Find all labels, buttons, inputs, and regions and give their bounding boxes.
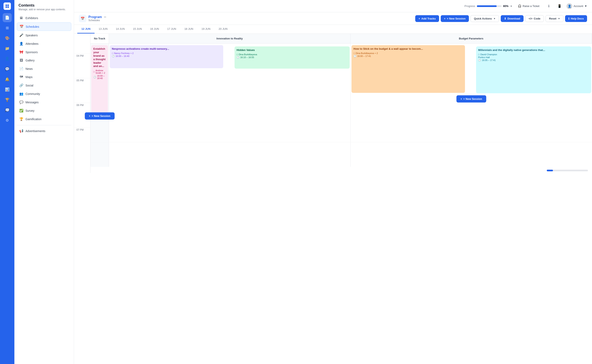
sidebar-item-attendees[interactable]: 👤 Attendees bbox=[17, 40, 71, 48]
sidebar-item-news[interactable]: 📄 News bbox=[17, 65, 71, 73]
content-title-section: 📅 Program ✏ Schedules bbox=[79, 15, 106, 22]
session-card-hidden[interactable]: Hidden Values □ Dina Burkitbayeva 🕐 16:1… bbox=[235, 46, 350, 69]
sidebar-item-sponsors[interactable]: 🎀 Sponsors bbox=[17, 48, 71, 56]
nav-file-icon[interactable]: 📄 bbox=[3, 13, 12, 22]
account-button[interactable]: 👤 Account ▼ bbox=[566, 3, 587, 9]
nav-bell-icon[interactable]: 🔔 bbox=[3, 75, 12, 84]
sidebar-item-label-schedules: Schedules bbox=[26, 25, 39, 28]
nav-bubble-icon[interactable]: 💭 bbox=[3, 106, 12, 115]
session-venue-millennials: Portico Hall bbox=[478, 56, 589, 58]
account-avatar: 👤 bbox=[566, 3, 572, 9]
speaker-icon-establish: □ bbox=[93, 71, 95, 73]
sponsors-icon: 🎀 bbox=[19, 50, 23, 54]
session-time-hidden: 🕐 16:10 – 16:55 bbox=[237, 56, 348, 59]
nav-trophy-icon[interactable]: 🏆 bbox=[3, 95, 12, 104]
empty-row-7pm bbox=[91, 142, 592, 167]
speakers-icon: 🎤 bbox=[19, 33, 23, 37]
sidebar-item-exhibitors[interactable]: 🏛 Exhibitors bbox=[17, 14, 71, 22]
sessions-row: Establish your brand as a thought leader… bbox=[91, 44, 592, 142]
add-tracks-button[interactable]: + Add Tracks bbox=[415, 15, 439, 22]
session-card-millennials[interactable]: Millennials and the digitally native gen… bbox=[476, 46, 591, 93]
scroll-track[interactable] bbox=[547, 170, 588, 171]
info-icon-button[interactable]: ℹ bbox=[545, 2, 553, 10]
sidebar-item-speakers[interactable]: 🎤 Speakers bbox=[17, 31, 71, 39]
nav-chat-icon[interactable]: 💬 bbox=[3, 65, 12, 73]
nav-chart-icon[interactable]: 📊 bbox=[3, 85, 12, 94]
account-label: Account bbox=[573, 5, 583, 8]
sidebar-item-survey[interactable]: ✅ Survey bbox=[17, 107, 71, 115]
sidebar-item-messages[interactable]: 💬 Messages bbox=[17, 98, 71, 106]
community-icon: 👥 bbox=[19, 92, 23, 96]
date-tab-15jun[interactable]: 15 JUN bbox=[129, 25, 146, 33]
sidebar-item-community[interactable]: 👥 Community bbox=[17, 90, 71, 98]
help-icon: ℹ bbox=[568, 17, 569, 20]
help-docs-label: Help Docs bbox=[571, 17, 584, 20]
download-button[interactable]: ⬇ Download bbox=[501, 15, 524, 22]
nav-person-icon[interactable]: 👤 bbox=[3, 54, 12, 63]
progress-bar-track bbox=[477, 5, 501, 7]
session-card-nespresso[interactable]: Nespresso activations create multi-senso… bbox=[110, 45, 223, 68]
clock-icon-hidden: 🕐 bbox=[237, 56, 239, 59]
nav-folder-icon[interactable]: 📁 bbox=[3, 44, 12, 53]
session-card-budget-stick[interactable]: How to Stick on the budget & a wall appe… bbox=[351, 45, 465, 93]
date-tab-12jun[interactable]: 12 JUN bbox=[77, 25, 95, 33]
advertisements-icon: 📢 bbox=[19, 129, 23, 133]
new-session-button[interactable]: + + New Session bbox=[441, 15, 469, 22]
date-tab-14jun[interactable]: 14 JUN bbox=[112, 25, 129, 33]
main-content: Progress 80% ▼ 🎧 Raise a Ticket ℹ 📱 👤 Ac… bbox=[74, 0, 592, 364]
sidebar-item-label-gamification: Gamification bbox=[26, 117, 41, 121]
account-dropdown-arrow: ▼ bbox=[584, 5, 587, 8]
code-button[interactable]: </> Code bbox=[525, 15, 544, 22]
app-logo[interactable] bbox=[4, 2, 11, 10]
sidebar-item-advertisements[interactable]: 📢 Advertisements bbox=[17, 127, 71, 135]
nav-grid-icon[interactable]: ⊞ bbox=[3, 23, 12, 32]
sidebar-item-schedules[interactable]: 📅 Schedules bbox=[17, 22, 71, 31]
date-tab-16jun[interactable]: 16 JUN bbox=[146, 25, 163, 33]
clock-icon-nespresso: 🕐 bbox=[112, 55, 115, 58]
session-title-budget-stick: How to Stick on the budget & a wall appe… bbox=[354, 47, 463, 51]
sidebar-item-label-survey: Survey bbox=[26, 109, 34, 112]
svg-rect-3 bbox=[7, 6, 9, 8]
new-session-inline-2-label: + New Session bbox=[463, 97, 482, 100]
nav-gear-icon[interactable]: ⚙ bbox=[3, 116, 12, 125]
new-session-inline-2-plus: + bbox=[460, 97, 462, 100]
session-title-millennials: Millennials and the digitally native gen… bbox=[478, 48, 589, 52]
session-title-hidden: Hidden Values bbox=[237, 48, 348, 52]
new-session-inline-2[interactable]: + + New Session bbox=[456, 95, 486, 103]
exhibitors-icon: 🏛 bbox=[19, 16, 23, 20]
reset-button[interactable]: Reset ▼ bbox=[546, 15, 563, 22]
help-docs-button[interactable]: ℹ Help Docs bbox=[565, 15, 587, 22]
sidebar-item-maps[interactable]: 🗺 Maps bbox=[17, 73, 71, 81]
reset-label: Reset bbox=[549, 17, 556, 20]
new-session-plus-icon: + bbox=[444, 17, 446, 20]
date-tab-20jun[interactable]: 20 JUN bbox=[215, 25, 232, 33]
time-value-nespresso: 16:00 – 16:40 bbox=[116, 55, 129, 57]
progress-dropdown-arrow[interactable]: ▼ bbox=[510, 5, 513, 7]
sidebar-item-social[interactable]: 🔗 Social bbox=[17, 81, 71, 89]
icon-bar: 📄 ⊞ 🎨 📁 👤 💬 🔔 📊 🏆 💭 ⚙ bbox=[0, 0, 14, 364]
date-tab-19jun[interactable]: 19 JUN bbox=[197, 25, 214, 33]
mobile-preview-button[interactable]: 📱 bbox=[556, 2, 563, 10]
innovation-track-label: Innovation to Reality bbox=[217, 37, 243, 40]
date-tab-17jun[interactable]: 17 JUN bbox=[163, 25, 180, 33]
date-tab-13jun[interactable]: 13 JUN bbox=[95, 25, 112, 33]
raise-ticket-label: Raise a Ticket bbox=[523, 5, 539, 8]
calendar-wrap: 12 JUN 13 JUN 14 JUN 15 JUN 16 JUN 17 JU… bbox=[74, 25, 592, 364]
session-meta-hidden: □ Dina Burkitbayeva bbox=[237, 53, 348, 56]
session-time-millennials: 🕐 16:05 – 17:41 bbox=[478, 59, 589, 62]
nav-palette-icon[interactable]: 🎨 bbox=[3, 34, 12, 43]
date-tab-18jun[interactable]: 18 JUN bbox=[180, 25, 197, 33]
speaker-name-budget-stick: Dina Burkitbayeva + 2 bbox=[356, 52, 378, 54]
progress-label: Progress bbox=[465, 5, 475, 8]
sidebar-item-gamification[interactable]: 🏆 Gamification bbox=[17, 115, 71, 123]
program-title: Program bbox=[88, 15, 102, 19]
session-meta-establish: □ Andrew Smith + 2 bbox=[93, 69, 106, 74]
edit-title-icon[interactable]: ✏ bbox=[104, 15, 106, 19]
raise-ticket-button[interactable]: 🎧 Raise a Ticket bbox=[516, 3, 542, 9]
session-card-establish[interactable]: Establish your brand as a thought leader… bbox=[91, 45, 108, 118]
gamification-icon: 🏆 bbox=[19, 117, 23, 121]
quick-actions-button[interactable]: Quick Actions ▼ bbox=[471, 15, 499, 22]
sidebar-item-gallery[interactable]: 🖼 Gallery bbox=[17, 57, 71, 64]
session-time-nespresso: 🕐 16:00 – 16:40 bbox=[112, 55, 221, 58]
sidebar-item-label-maps: Maps bbox=[26, 75, 33, 79]
